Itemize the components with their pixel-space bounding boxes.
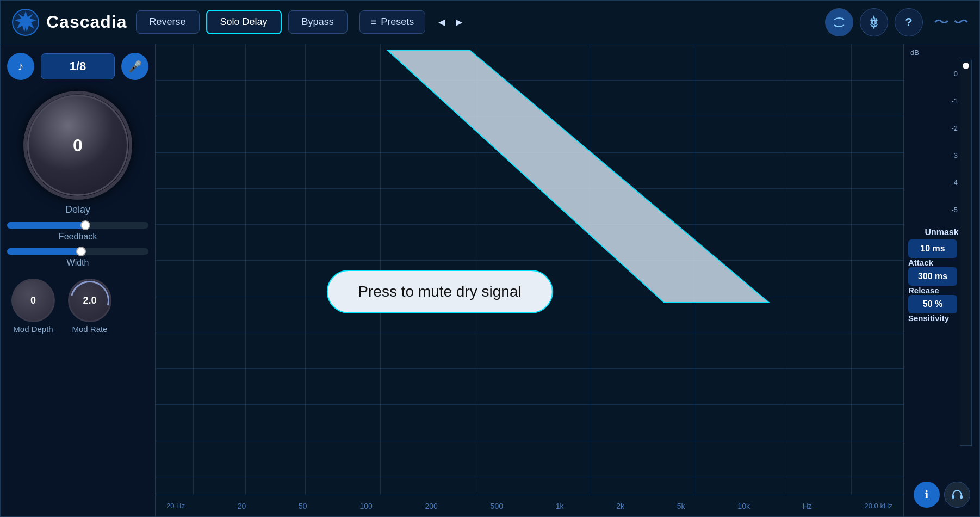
top-bar: Cascadia Reverse Solo Delay Bypass ≡ Pre…	[1, 1, 979, 44]
feedback-slider-thumb[interactable]	[80, 220, 90, 230]
solo-delay-button[interactable]: Solo Delay	[206, 10, 282, 34]
freq-label-2k: 2k	[616, 502, 624, 510]
mod-rate-value: 2.0	[83, 295, 96, 306]
width-slider[interactable]	[7, 248, 148, 255]
callout-text: Press to mute dry signal	[358, 283, 521, 300]
mod-rate-label: Mod Rate	[72, 324, 107, 334]
bottom-icons: ℹ	[914, 482, 970, 512]
mod-depth-value: 0	[30, 295, 36, 306]
freq-start-label: 20 Hz	[166, 502, 185, 510]
db-neg4: -4	[951, 179, 958, 187]
presets-icon: ≡	[371, 16, 377, 28]
db-label: dB	[910, 48, 919, 57]
delay-label: Delay	[65, 204, 90, 216]
nav-arrows: ◀ ▶	[434, 15, 467, 29]
grid-overlay	[156, 44, 903, 495]
reverse-button[interactable]: Reverse	[136, 10, 200, 34]
feedback-slider-container: Feedback	[7, 222, 148, 242]
music-note-button[interactable]: ♪	[7, 53, 34, 80]
small-knobs-row: 0 Mod Depth 2.0 Mod Rate	[7, 279, 148, 334]
width-slider-container: Width	[7, 248, 148, 268]
width-label: Width	[7, 258, 148, 268]
svg-marker-2	[387, 50, 768, 303]
right-icons-group: ? 〜 〜	[823, 8, 969, 36]
freq-label-5k: 5k	[677, 502, 685, 510]
info-icon: ℹ	[925, 488, 929, 501]
width-slider-thumb[interactable]	[76, 247, 86, 256]
freq-label-10k: 10k	[737, 502, 750, 510]
next-preset-button[interactable]: ▶	[451, 15, 467, 29]
freq-label-500: 500	[491, 502, 503, 510]
feedback-label: Feedback	[7, 232, 148, 242]
center-area: Press to mute dry signal 20 Hz 20 50 100…	[156, 44, 903, 516]
app-container: Cascadia Reverse Solo Delay Bypass ≡ Pre…	[0, 0, 980, 517]
eq-display[interactable]: Press to mute dry signal	[156, 44, 903, 495]
mod-depth-label: Mod Depth	[13, 324, 53, 334]
callout-bubble: Press to mute dry signal	[326, 270, 553, 313]
wave-icon-2: 〜	[953, 12, 969, 33]
svg-rect-4	[960, 495, 963, 499]
loop-icon	[832, 15, 846, 29]
callout-arrow-svg	[156, 44, 903, 495]
loop-icon-button[interactable]	[825, 8, 853, 36]
settings-icon-button[interactable]	[860, 8, 888, 36]
app-title: Cascadia	[46, 12, 127, 32]
attack-value-button[interactable]: 10 ms	[908, 239, 957, 258]
db-neg2: -2	[951, 124, 958, 132]
question-mark-icon: ?	[905, 15, 912, 29]
mic-button[interactable]: 🎤	[121, 53, 148, 80]
delay-knob[interactable]: 0	[23, 91, 132, 200]
right-panel: dB 0 -1 -2 -3 -4 -5 Unmask 10 ms Attack	[903, 44, 979, 516]
presets-label: Presets	[381, 16, 414, 28]
prev-preset-button[interactable]: ◀	[434, 15, 449, 29]
freq-label-hz: Hz	[803, 502, 812, 510]
gear-icon	[867, 15, 881, 29]
logo-area: Cascadia	[11, 8, 127, 36]
app-logo-icon	[11, 8, 40, 36]
top-controls: Reverse Solo Delay Bypass ≡ Presets ◀ ▶	[136, 10, 814, 34]
db-neg5: -5	[951, 206, 958, 214]
left-panel: ♪ 1/8 🎤 0 Delay Feedback	[1, 44, 156, 516]
freq-label-20: 20	[238, 502, 246, 510]
vu-meter	[960, 60, 972, 446]
info-icon-button[interactable]: ℹ	[914, 482, 940, 508]
freq-axis: 20 Hz 20 50 100 200 500 1k 2k 5k 10k Hz …	[156, 495, 903, 516]
left-top-controls: ♪ 1/8 🎤	[7, 53, 148, 80]
headphone-icon-button[interactable]	[944, 482, 970, 508]
svg-rect-3	[952, 495, 954, 499]
freq-label-50: 50	[299, 502, 307, 510]
presets-area[interactable]: ≡ Presets	[359, 10, 426, 34]
freq-end-label: 20.0 kHz	[865, 502, 892, 510]
mod-depth-knob-wrap: 0 Mod Depth	[11, 279, 55, 334]
freq-label-100: 100	[359, 502, 372, 510]
bypass-button[interactable]: Bypass	[288, 10, 348, 34]
db-neg3: -3	[951, 151, 958, 159]
delay-knob-value: 0	[73, 136, 83, 156]
db-neg1: -1	[951, 97, 958, 105]
delay-knob-container: 0 Delay	[23, 91, 132, 216]
db-0: 0	[954, 70, 958, 78]
mod-rate-knob[interactable]: 2.0	[68, 279, 111, 322]
music-note-icon: ♪	[18, 59, 24, 73]
mic-icon: 🎤	[128, 60, 142, 73]
feedback-slider[interactable]	[7, 222, 148, 229]
release-value-button[interactable]: 300 ms	[908, 267, 957, 286]
fraction-display[interactable]: 1/8	[41, 53, 115, 79]
help-icon-button[interactable]: ?	[895, 8, 923, 36]
freq-label-1k: 1k	[556, 502, 564, 510]
sensitivity-value-button[interactable]: 50 %	[908, 295, 957, 313]
mod-depth-knob[interactable]: 0	[11, 279, 55, 322]
headphone-icon	[951, 488, 964, 501]
wave-icon-1: 〜	[934, 12, 949, 33]
main-content: ♪ 1/8 🎤 0 Delay Feedback	[1, 44, 979, 516]
callout-bubble-container: Press to mute dry signal	[326, 270, 553, 313]
mod-rate-knob-wrap: 2.0 Mod Rate	[68, 279, 111, 334]
freq-label-200: 200	[425, 502, 437, 510]
vu-dot	[963, 63, 969, 69]
